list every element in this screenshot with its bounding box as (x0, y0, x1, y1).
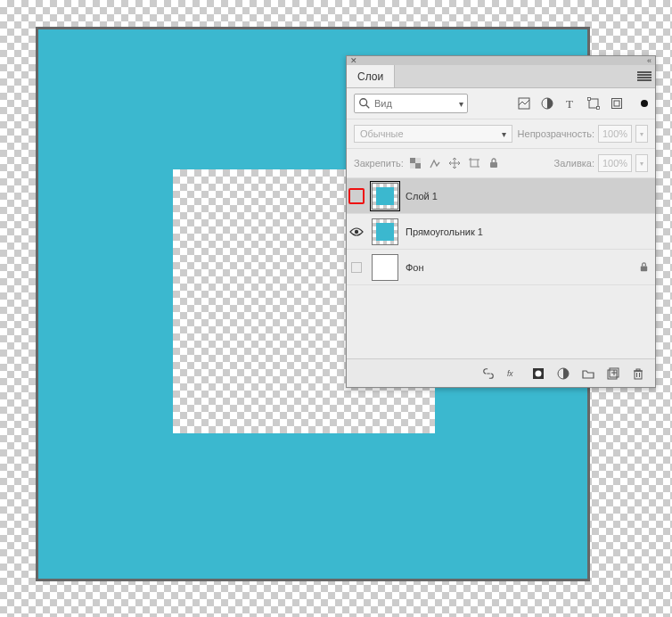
layer-name[interactable]: Фон (406, 262, 424, 273)
panel-menu-icon[interactable] (637, 71, 652, 82)
opacity-input[interactable]: 100% (598, 125, 632, 143)
layer-name[interactable]: Прямоугольник 1 (406, 226, 483, 237)
filter-smart-icon[interactable] (611, 97, 623, 110)
svg-rect-19 (490, 162, 497, 168)
svg-point-20 (355, 229, 358, 233)
collapse-icon[interactable]: « (647, 56, 652, 65)
visibility-toggle[interactable] (348, 188, 365, 204)
fx-icon[interactable]: fx (507, 367, 520, 380)
layer-thumbnail[interactable] (372, 218, 398, 245)
chevron-down-icon[interactable]: ▾ (459, 99, 463, 109)
fill-input[interactable]: 100% (598, 154, 632, 172)
link-layers-icon[interactable] (482, 367, 495, 380)
svg-point-24 (536, 370, 542, 376)
lock-position-icon[interactable] (448, 157, 461, 169)
svg-rect-10 (410, 158, 415, 163)
svg-rect-34 (636, 369, 640, 371)
adjustment-icon[interactable] (557, 367, 570, 380)
lock-row: Закрепить: Заливка: 100% ▾ (347, 149, 655, 178)
panel-grip[interactable]: ✕ « (347, 56, 655, 65)
layer-thumbnail[interactable] (372, 254, 398, 281)
svg-rect-13 (410, 163, 415, 169)
opacity-label: Непрозрачность: (518, 128, 594, 139)
layer-row[interactable]: Слой 1 (347, 178, 655, 214)
lock-transparency-icon[interactable] (409, 157, 422, 169)
svg-line-1 (366, 105, 370, 109)
filter-toggle[interactable] (641, 100, 648, 107)
svg-rect-9 (614, 101, 619, 106)
lock-image-icon[interactable] (429, 157, 441, 169)
chevron-down-icon[interactable]: ▾ (635, 125, 648, 143)
svg-rect-14 (471, 160, 478, 167)
svg-rect-21 (640, 267, 646, 272)
layer-row[interactable]: Фон (347, 250, 655, 285)
svg-rect-8 (612, 99, 622, 109)
search-input[interactable] (374, 98, 438, 109)
svg-rect-6 (588, 98, 591, 101)
trash-icon[interactable] (632, 367, 644, 380)
lock-icon[interactable] (637, 261, 650, 274)
close-icon[interactable]: ✕ (350, 56, 357, 65)
filter-shape-icon[interactable] (587, 97, 600, 110)
svg-rect-30 (635, 371, 642, 379)
chevron-down-icon: ▾ (502, 129, 506, 139)
filter-type-icon[interactable]: T (564, 97, 577, 110)
svg-text:fx: fx (507, 369, 513, 378)
svg-rect-12 (415, 158, 421, 163)
visibility-toggle[interactable] (351, 262, 362, 273)
mask-icon[interactable] (532, 367, 545, 380)
blend-mode-select[interactable]: Обычные ▾ (354, 125, 512, 143)
layer-name[interactable]: Слой 1 (406, 191, 438, 202)
layer-thumbnail[interactable] (372, 183, 398, 210)
filter-adjust-icon[interactable] (541, 97, 553, 110)
new-layer-icon[interactable] (607, 367, 619, 380)
visibility-toggle[interactable] (348, 224, 365, 240)
blend-row: Обычные ▾ Непрозрачность: 100% ▾ (347, 119, 655, 149)
chevron-down-icon[interactable]: ▾ (635, 154, 648, 172)
lock-label: Закрепить: (354, 158, 404, 169)
tab-layers[interactable]: Слои (347, 65, 395, 87)
svg-rect-7 (597, 107, 600, 110)
layers-list: Слой 1 Прямоугольник 1 Фон (347, 178, 655, 358)
svg-point-0 (360, 99, 367, 106)
filter-row: ▾ T (347, 88, 655, 119)
svg-rect-11 (415, 163, 421, 169)
lock-all-icon[interactable] (488, 157, 500, 169)
tab-label: Слои (357, 70, 383, 83)
svg-text:T: T (566, 97, 573, 110)
blend-mode-value: Обычные (360, 128, 404, 139)
panel-footer: fx (347, 358, 655, 387)
layers-panel: ✕ « Слои ▾ T Обычные ▾ (346, 55, 656, 388)
layer-row[interactable]: Прямоугольник 1 (347, 214, 655, 250)
layer-search[interactable]: ▾ (354, 94, 468, 113)
search-icon (358, 97, 371, 110)
lock-artboard-icon[interactable] (468, 157, 480, 169)
panel-tabs: Слои (347, 65, 655, 88)
fill-label: Заливка: (554, 158, 594, 169)
group-icon[interactable] (582, 367, 594, 380)
filter-pixel-icon[interactable] (518, 97, 530, 110)
